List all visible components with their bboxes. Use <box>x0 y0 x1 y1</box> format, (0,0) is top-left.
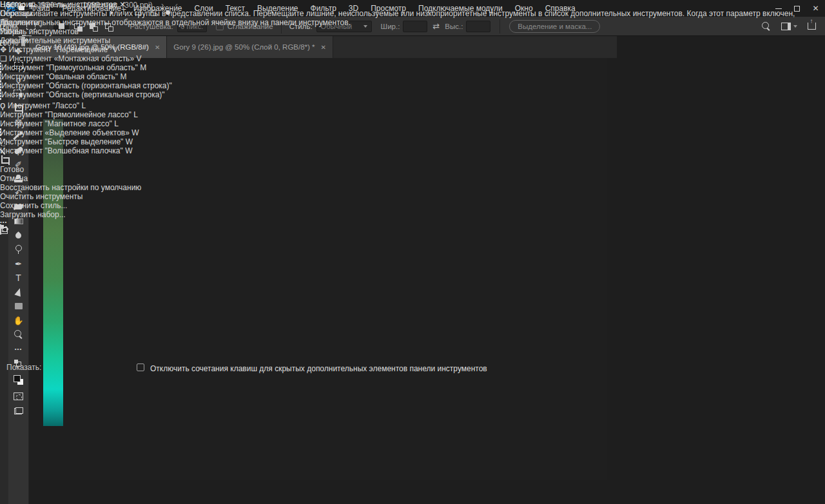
show-quick-mask-toggle[interactable] <box>0 225 825 234</box>
photoshop-window: Ps Файл Редактирование Изображение Слои … <box>0 0 825 504</box>
tool-shortcut: V <box>113 45 118 54</box>
ellipsis-icon: ••• <box>15 346 22 352</box>
move-tool-icon: ✥ <box>0 45 6 54</box>
type-tool[interactable]: T <box>9 271 28 285</box>
tool-name: Инструмент "Магнитное лассо" <box>0 119 112 128</box>
tool-row[interactable]: Инструмент "Магнитное лассо" L <box>0 119 825 128</box>
tool-row[interactable]: Инструмент "Волшебная палочка" W <box>0 146 825 155</box>
dialog-close-icon[interactable]: ✕ <box>119 0 126 9</box>
tool-shortcut: V <box>136 54 141 63</box>
tool-row[interactable]: Инструмент "Быстрое выделение" W <box>0 137 825 146</box>
disable-shortcuts-checkbox[interactable] <box>137 363 144 371</box>
hand-tool[interactable]: ✋ <box>9 313 28 327</box>
foreground-background-swatches[interactable] <box>9 370 28 389</box>
dialog-title-bar[interactable]: Настроить панель инструментов ✕ <box>0 0 825 9</box>
tool-group: ✥ Инструмент "Перемещение" V ❏ Инструмен… <box>0 45 825 63</box>
pen-tool[interactable]: ✒ <box>9 257 28 271</box>
tool-row[interactable]: Инструмент "Область (вертикальная строка… <box>0 90 825 99</box>
tool-row[interactable]: Инструмент "Прямолинейное лассо" L <box>0 110 825 119</box>
pen-tool-icon: ✒ <box>15 259 22 269</box>
tool-shortcut: M <box>140 63 146 72</box>
zoom-tool[interactable] <box>9 327 28 342</box>
artboard-tool-icon: ❏ <box>0 54 7 63</box>
tool-shortcut: L <box>81 101 86 110</box>
tool-shortcut: L <box>114 119 119 128</box>
show-edit-toolbar-toggle[interactable]: ••• <box>0 219 825 225</box>
dodge-tool[interactable] <box>9 242 28 257</box>
tool-row[interactable]: ✥ Инструмент "Перемещение" V <box>0 45 825 54</box>
path-selection-tool[interactable] <box>9 285 28 299</box>
lasso-tool-icon: ϙ <box>0 99 5 110</box>
toolbar-list-label: Панель инструментов <box>0 27 825 36</box>
dialog-title: Настроить панель инструментов <box>0 0 117 9</box>
save-preset-button[interactable]: Сохранить стиль... <box>0 201 825 210</box>
show-label: Показать: <box>6 363 41 372</box>
restore-defaults-button[interactable]: Восстановить настройки по умолчанию <box>0 183 825 192</box>
done-button[interactable]: Готово <box>0 165 825 174</box>
tool-row[interactable]: Инструмент "Овальная область" M <box>0 72 825 81</box>
tool-row[interactable]: Инструмент "Прямоугольная область" M <box>0 63 825 72</box>
tool-row[interactable]: Инструмент «Выделение объектов» W <box>0 128 825 137</box>
screen-mode-icon <box>14 407 23 414</box>
quick-mask-button[interactable] <box>9 389 28 403</box>
tool-row[interactable]: Инструмент "Область (горизонтальная стро… <box>0 81 825 90</box>
tool-name: Инструмент "Перемещение" <box>8 45 110 54</box>
tool-shortcut: L <box>133 110 138 119</box>
tool-row[interactable]: ϙ Инструмент "Лассо" L <box>0 99 825 110</box>
edit-toolbar-button[interactable]: ••• <box>9 342 28 356</box>
rectangle-tool-icon <box>15 303 23 309</box>
customize-toolbar-dialog: Настроить панель инструментов ✕ Перетаск… <box>0 0 825 234</box>
zoom-tool-icon <box>14 330 23 339</box>
path-selection-icon <box>14 287 23 297</box>
tool-group: Инструмент «Выделение объектов» W Инстру… <box>0 128 825 155</box>
load-preset-button[interactable]: Загрузить набор... <box>0 210 825 219</box>
tool-name: Инструмент "Область (вертикальная строка… <box>1 90 165 99</box>
rectangle-tool[interactable] <box>9 299 28 313</box>
tool-name: Инструмент "Быстрое выделение" <box>0 137 123 146</box>
tool-name: Инструмент «Выделение объектов» <box>0 128 130 137</box>
dialog-description: Перетаскивайте инструменты или их группы… <box>0 9 825 27</box>
tool-group: Инструмент "Прямоугольная область" M Инс… <box>0 63 825 99</box>
tool-shortcut: W <box>126 137 133 146</box>
tool-shortcut: M <box>120 72 126 81</box>
tool-group: ϙ Инструмент "Лассо" L Инструмент "Прямо… <box>0 99 825 128</box>
disable-shortcuts-label: Отключить сочетания клавиш для скрытых д… <box>150 364 487 373</box>
tool-shortcut: W <box>125 146 132 155</box>
tool-name: Инструмент "Лассо" <box>8 101 79 110</box>
hand-tool-icon: ✋ <box>13 316 23 325</box>
tool-name: Инструмент "Прямоугольная область" <box>1 63 138 72</box>
clear-tools-button[interactable]: Очистить инструменты <box>0 192 825 201</box>
color-swatches-icon <box>14 375 23 385</box>
screen-mode-button[interactable] <box>9 403 28 418</box>
tool-name: Инструмент "Волшебная палочка" <box>0 146 123 155</box>
quick-mask-icon <box>14 393 23 400</box>
extra-tools-label: Дополнительные инструменты <box>0 36 825 45</box>
tool-name: Инструмент «Монтажная область» <box>9 54 134 63</box>
toolbar-tools-list[interactable]: ✥ Инструмент "Перемещение" V ❏ Инструмен… <box>0 45 825 165</box>
tool-name: Инструмент "Область (горизонтальная стро… <box>1 81 172 90</box>
tool-row[interactable]: ❏ Инструмент «Монтажная область» V <box>0 54 825 63</box>
dodge-tool-icon <box>15 245 23 254</box>
tool-shortcut: W <box>131 128 139 137</box>
cancel-button[interactable]: Отмена <box>0 174 825 183</box>
tool-group-clipped <box>0 155 825 165</box>
tool-name: Инструмент "Овальная область" <box>1 72 118 81</box>
type-tool-icon: T <box>15 273 21 283</box>
tool-name: Инструмент "Прямолинейное лассо" <box>0 110 131 119</box>
